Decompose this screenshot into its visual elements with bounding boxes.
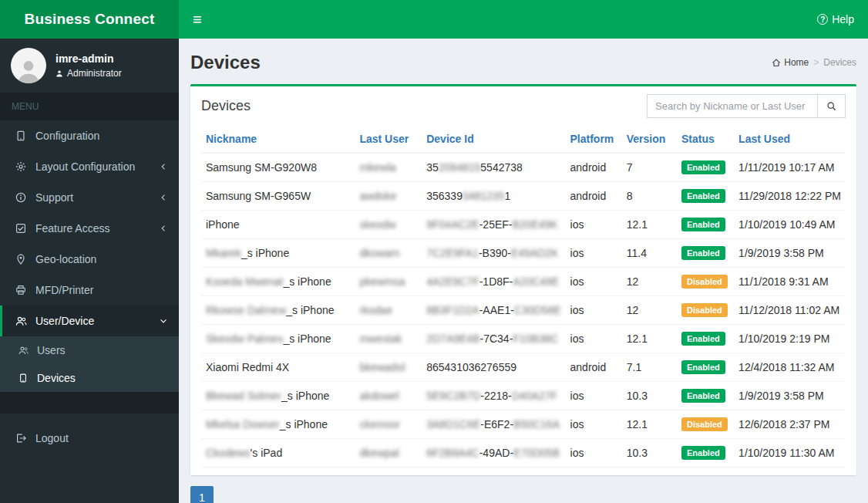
breadcrumb-home-link[interactable]: Home bbox=[772, 57, 809, 68]
search-input[interactable] bbox=[647, 94, 818, 118]
sidebar-item-geo-location[interactable]: Geo-location bbox=[0, 244, 179, 275]
redacted-text: D40A27F bbox=[512, 390, 557, 402]
app-title: Business Connect bbox=[25, 11, 155, 28]
cell-version: 8 bbox=[622, 182, 677, 211]
tablet-icon bbox=[17, 373, 29, 383]
cell-nickname: Ksoeda Mwenat_s iPhone bbox=[201, 268, 355, 296]
column-header-nickname[interactable]: Nickname bbox=[201, 126, 355, 153]
cell-text: -49AD- bbox=[479, 447, 513, 459]
app-logo: Business Connect bbox=[0, 0, 179, 39]
redacted-text: E49AD2K bbox=[511, 247, 558, 259]
device-table-body: Samsung SM-G920W8mkewla3520948155542738a… bbox=[201, 153, 846, 468]
sidebar-item-configuration[interactable]: Configuration bbox=[0, 120, 179, 151]
cell-version: 12 bbox=[622, 268, 677, 296]
cell-status: Enabled bbox=[677, 382, 734, 410]
tablet-icon bbox=[14, 130, 28, 141]
sidebar-item-users[interactable]: Users bbox=[0, 336, 179, 364]
cell-version: 10.3 bbox=[622, 439, 677, 468]
status-badge: Disabled bbox=[681, 275, 728, 289]
redacted-text: Ckodews bbox=[206, 447, 251, 459]
redacted-text: 8B3F1D2A bbox=[426, 304, 479, 316]
logout-button[interactable]: Logout bbox=[0, 423, 179, 454]
status-badge: Enabled bbox=[681, 189, 725, 203]
cell-last-used: 11/12/2018 11:02 AM bbox=[734, 296, 846, 325]
help-link[interactable]: ? Help bbox=[803, 13, 868, 25]
redacted-text: akdowel bbox=[359, 390, 399, 402]
status-badge: Enabled bbox=[681, 446, 725, 460]
column-header-device-id[interactable]: Device Id bbox=[422, 126, 565, 153]
cell-device-id: 4A2E9C7F-1D8F-A20C49E bbox=[422, 268, 565, 296]
column-header-status[interactable]: Status bbox=[677, 126, 734, 153]
redacted-text: 6F2B8A4C bbox=[426, 447, 479, 459]
cell-device-id: 9F04AC2E-25EF-B20E49K bbox=[422, 211, 565, 239]
sidebar-item-feature-access[interactable]: Feature Access bbox=[0, 213, 179, 244]
info-icon bbox=[14, 192, 28, 203]
cell-platform: ios bbox=[566, 296, 622, 325]
devices-box: Devices Nickname bbox=[190, 84, 856, 475]
cell-text: -25EF- bbox=[479, 218, 513, 231]
cell-last-used: 1/10/2019 11:30 AM bbox=[734, 439, 846, 468]
redacted-text: B20E49K bbox=[513, 218, 558, 231]
cell-status: Enabled bbox=[677, 325, 734, 353]
redacted-text: Bkewad Solmer bbox=[206, 390, 281, 402]
sidebar: imre-admin Administrator MENU Configurat… bbox=[0, 39, 179, 503]
cell-device-id: 865431036276559 bbox=[422, 353, 565, 382]
cell-last-user: mwestak bbox=[355, 325, 422, 353]
breadcrumb: Home > Devices bbox=[772, 57, 856, 68]
cell-status: Disabled bbox=[677, 268, 734, 296]
cell-nickname: Ckodews's iPad bbox=[201, 439, 355, 468]
sidebar-item-support[interactable]: Support bbox=[0, 182, 179, 213]
sidebar-item-devices[interactable]: Devices bbox=[0, 364, 179, 392]
redacted-text: 4A2E9C7F bbox=[426, 275, 479, 288]
cell-platform: ios bbox=[566, 382, 622, 410]
redacted-text: pkewmsa bbox=[359, 275, 405, 288]
cell-last-used: 11/29/2018 12:22 PM bbox=[734, 182, 846, 211]
sidebar-menu: Configuration Layout Configuration Suppo… bbox=[0, 120, 179, 392]
redacted-text: Ksoeda Mwenat bbox=[206, 275, 283, 288]
column-header-last-user[interactable]: Last User bbox=[355, 126, 422, 153]
cell-device-id: 3A8D1C6E-E6F2-B50C16A bbox=[422, 410, 565, 439]
cell-text: Xiaomi Redmi 4X bbox=[206, 361, 289, 373]
sidebar-item-mfd-printer[interactable]: MFD/Printer bbox=[0, 275, 179, 306]
table-header-row: Nickname Last User Device Id Platform Ve… bbox=[201, 126, 846, 153]
sidebar-item-layout-configuration[interactable]: Layout Configuration bbox=[0, 151, 179, 182]
search-button[interactable] bbox=[818, 94, 846, 118]
table-row: Mkelsa Dowser_s iPhoneckemsor3A8D1C6E-E6… bbox=[201, 410, 846, 439]
pagination: 1 bbox=[190, 486, 856, 503]
cell-text: _s iPhone bbox=[280, 418, 328, 430]
cell-platform: ios bbox=[566, 325, 622, 353]
cell-platform: ios bbox=[566, 211, 622, 239]
pagination-page-1[interactable]: 1 bbox=[190, 486, 214, 503]
column-header-platform[interactable]: Platform bbox=[566, 126, 622, 153]
cell-version: 12.1 bbox=[622, 410, 677, 439]
cell-status: Enabled bbox=[677, 239, 734, 268]
devices-table: Nickname Last User Device Id Platform Ve… bbox=[201, 126, 846, 468]
redacted-text: Mkarek bbox=[206, 247, 241, 259]
column-header-last-used[interactable]: Last Used bbox=[734, 126, 846, 153]
cell-device-id: 7C2E9FA1-B390-E49AD2K bbox=[422, 239, 565, 268]
sidebar-toggle-button[interactable]: ≡ bbox=[179, 0, 216, 39]
help-icon: ? bbox=[817, 14, 828, 25]
cell-text: 35 bbox=[426, 161, 439, 174]
cell-last-user: rkodae bbox=[355, 296, 422, 325]
cell-device-id: 3520948155542738 bbox=[422, 153, 565, 182]
cell-platform: ios bbox=[566, 268, 622, 296]
table-row: iPhoneskeodw9F04AC2E-25EF-B20E49Kios12.1… bbox=[201, 211, 846, 239]
box-title: Devices bbox=[201, 98, 251, 114]
redacted-text: B50C16A bbox=[513, 418, 560, 430]
username: imre-admin bbox=[56, 52, 122, 65]
chevron-down-icon bbox=[160, 317, 167, 325]
sidebar-item-user-device[interactable]: User/Device bbox=[0, 306, 179, 336]
redacted-text: mkewla bbox=[359, 161, 395, 174]
cell-version: 7.1 bbox=[622, 353, 677, 382]
gear-icon bbox=[14, 161, 28, 172]
table-row: Samsung SM-G965Wawdoke35633904812351andr… bbox=[201, 182, 846, 211]
cell-nickname: iPhone bbox=[201, 211, 355, 239]
cell-status: Enabled bbox=[677, 153, 734, 182]
cell-platform: android bbox=[566, 153, 622, 182]
sidebar-divider bbox=[0, 392, 179, 414]
column-header-version[interactable]: Version bbox=[622, 126, 677, 153]
user-panel: imre-admin Administrator bbox=[0, 39, 179, 93]
map-marker-icon bbox=[14, 254, 28, 265]
top-navbar: ≡ ? Help bbox=[179, 0, 868, 39]
